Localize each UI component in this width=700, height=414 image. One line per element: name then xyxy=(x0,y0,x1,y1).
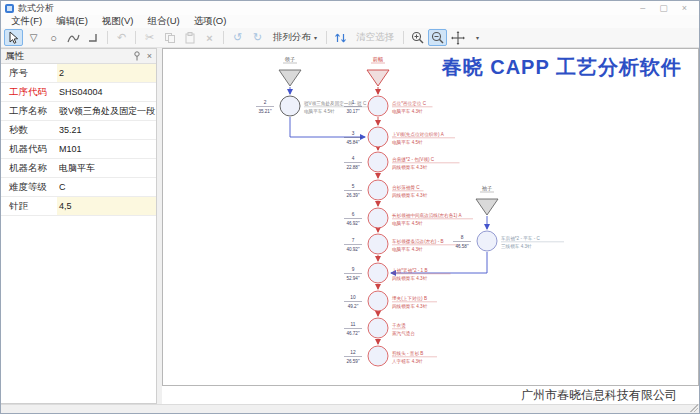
svg-text:合肩缝*2 - 包(V领) C: 合肩缝*2 - 包(V领) C xyxy=(392,157,435,162)
svg-text:点位*画位定位 C: 点位*画位定位 C xyxy=(392,101,427,107)
svg-text:剪线头 - 查衫 B: 剪线头 - 查衫 B xyxy=(392,351,423,357)
clear-selection-button[interactable]: 清空选择 xyxy=(351,29,399,46)
svg-text:3: 3 xyxy=(352,131,355,136)
menu-item[interactable]: 组合(U) xyxy=(141,15,185,28)
property-value[interactable]: 4,5 xyxy=(57,197,156,215)
pin-icon[interactable] xyxy=(133,51,142,61)
property-row[interactable]: 机器代码M101 xyxy=(1,140,156,159)
svg-text:46.72": 46.72" xyxy=(346,331,359,336)
svg-text:26.39": 26.39" xyxy=(346,193,359,198)
process-flowchart: 领子前幅袖子235.21"驳V领三角处及固定一段 - 驳 C电脑平车 4.5针1… xyxy=(163,49,699,386)
rotate-left-button[interactable]: ↺ xyxy=(228,29,247,46)
svg-text:4: 4 xyxy=(352,156,355,161)
minimize-button[interactable]: – xyxy=(640,3,645,13)
flow-node[interactable]: 130.17"点位*画位定位 C电脑平车 4.3针 xyxy=(344,96,433,116)
flow-node[interactable]: 235.21"驳V领三角处及固定一段 - 驳 C电脑平车 4.5针 xyxy=(256,96,381,116)
menu-item[interactable]: 编辑(E) xyxy=(50,15,94,28)
property-value[interactable]: 35.21 xyxy=(57,121,156,139)
flow-node[interactable]: 526.39"合衫落袖骨 C四线锁骨车 4.3针 xyxy=(344,180,428,200)
properties-panel-header: 属性 × xyxy=(1,49,156,64)
company-name: 广州市春晓信息科技有限公司 xyxy=(521,387,677,404)
flow-node[interactable]: 646.92"长衫领袖中间底边沿线(左右各1) A电脑平车 4.5针 xyxy=(344,208,473,228)
undo-button[interactable]: ↶ xyxy=(112,29,131,46)
curve-tool-button[interactable] xyxy=(64,29,83,46)
property-label: 序号 xyxy=(1,67,57,80)
svg-text:四线锁骨车 4.3针: 四线锁骨车 4.3针 xyxy=(392,192,428,199)
flow-node[interactable]: 1226.59"剪线头 - 查衫 B人字钮车 4.3针 xyxy=(344,346,437,366)
paste-icon xyxy=(184,32,196,44)
property-label: 工序代码 xyxy=(1,86,57,99)
menu-item[interactable]: 选项(O) xyxy=(188,15,233,28)
cut-button[interactable]: ✂ xyxy=(140,29,159,46)
svg-text:11: 11 xyxy=(351,322,356,327)
svg-text:12: 12 xyxy=(350,350,356,355)
maximize-button[interactable]: ▢ xyxy=(659,3,668,13)
circle-icon: ○ xyxy=(50,32,57,44)
flow-node[interactable]: 1049.2"埋夹(上下对位) B四线锁骨车 4.3针 xyxy=(344,291,437,311)
svg-text:6: 6 xyxy=(352,212,355,217)
property-row[interactable]: 工序代码SHS04004 xyxy=(1,83,156,102)
flow-node[interactable]: 846.58"车后袖*2 - 平车 - C三线锁车 4.3针 xyxy=(453,231,564,251)
svg-text:四线锁骨车 4.3针: 四线锁骨车 4.3针 xyxy=(392,275,428,282)
flow-node[interactable]: 1146.72"干衣烫蒸汽气烫台 xyxy=(344,318,415,338)
properties-panel-title: 属性 xyxy=(5,50,24,63)
close-button[interactable]: × xyxy=(682,3,687,13)
pan-button[interactable] xyxy=(448,29,467,46)
menu-item[interactable]: 文件(F) xyxy=(5,15,48,28)
property-value[interactable]: 电脑平车 xyxy=(57,159,156,177)
property-row[interactable]: 针距4,5 xyxy=(1,197,156,216)
flow-node[interactable]: 740.92"车衫领襟条沿边(左右) - B电脑平车 4.3针 xyxy=(344,234,460,254)
zoom-in-button[interactable] xyxy=(408,29,427,46)
flow-source-part[interactable]: 前幅 xyxy=(367,56,389,94)
property-value[interactable]: 2 xyxy=(57,64,156,82)
svg-text:车衫领襟条沿边(左右) - B: 车衫领襟条沿边(左右) - B xyxy=(392,238,444,245)
app-window: 款式分析 – ▢ × 文件(F)编辑(E)视图(V)组合(U)选项(O) ▽ ○… xyxy=(0,0,700,414)
property-row[interactable]: 工序名称驳V领三角处及固定一段 xyxy=(1,102,156,121)
connector-tool-button[interactable] xyxy=(84,29,103,46)
svg-text:合衫落袖骨 C: 合衫落袖骨 C xyxy=(392,184,420,191)
undo-icon: ↶ xyxy=(117,31,126,44)
property-row[interactable]: 机器名称电脑平车 xyxy=(1,159,156,178)
clear-selection-label: 清空选择 xyxy=(356,31,394,44)
property-grid: 序号2工序代码SHS04004工序名称驳V领三角处及固定一段秒数35.21机器代… xyxy=(1,64,156,216)
flow-source-part[interactable]: 袖子 xyxy=(476,185,498,229)
flow-source-part[interactable]: 领子 xyxy=(279,56,301,94)
rotate-right-button[interactable]: ↻ xyxy=(248,29,267,46)
svg-text:人字钮车 4.3针: 人字钮车 4.3针 xyxy=(392,358,423,364)
zoom-out-button[interactable] xyxy=(428,29,447,46)
canvas-footer: 广州市春晓信息科技有限公司 xyxy=(162,386,699,404)
triangle-tool-button[interactable]: ▽ xyxy=(24,29,43,46)
rotate-right-icon: ↻ xyxy=(253,31,262,44)
select-cursor-button[interactable] xyxy=(4,29,23,46)
panel-close-icon[interactable]: × xyxy=(147,51,152,61)
svg-text:35.21": 35.21" xyxy=(258,109,271,114)
chevron-down-icon: ▾ xyxy=(314,34,317,41)
svg-text:电脑平车 4.5针: 电脑平车 4.5针 xyxy=(304,108,335,114)
toolbar-overflow-button[interactable]: ▾ xyxy=(468,29,487,46)
resize-grip[interactable] xyxy=(690,404,698,412)
property-label: 难度等级 xyxy=(1,181,57,194)
svg-text:45.84": 45.84" xyxy=(346,140,359,145)
delete-button[interactable]: × xyxy=(200,29,219,46)
property-value[interactable]: 驳V领三角处及固定一段 xyxy=(57,102,156,120)
copy-icon xyxy=(164,32,176,44)
flow-node[interactable]: 422.88"合肩缝*2 - 包(V领) C四线锁骨车 4.3针 xyxy=(344,152,460,172)
menu-item[interactable]: 视图(V) xyxy=(96,15,140,28)
property-row[interactable]: 序号2 xyxy=(1,64,156,83)
property-value[interactable]: SHS04004 xyxy=(57,83,156,101)
svg-text:1: 1 xyxy=(352,100,355,105)
svg-text:电脑平车 4.5针: 电脑平车 4.5针 xyxy=(392,220,423,226)
property-value[interactable]: M101 xyxy=(57,140,156,158)
arrange-distribute-button[interactable]: 排列分布 ▾ xyxy=(268,29,322,46)
svg-text:上V领(先点位对位织带) A: 上V领(先点位对位织带) A xyxy=(392,132,445,138)
property-label: 机器代码 xyxy=(1,143,57,156)
copy-button[interactable] xyxy=(160,29,179,46)
arrange-distribute-label: 排列分布 xyxy=(273,31,311,44)
property-value[interactable]: C xyxy=(57,178,156,196)
property-row[interactable]: 秒数35.21 xyxy=(1,121,156,140)
paste-button[interactable] xyxy=(180,29,199,46)
circle-tool-button[interactable]: ○ xyxy=(44,29,63,46)
property-row[interactable]: 难度等级C xyxy=(1,178,156,197)
sort-button[interactable] xyxy=(331,29,350,46)
flowchart-canvas[interactable]: 春晓 CAPP 工艺分析软件 领子前幅袖子235.21"驳V领三角处及固定一段 … xyxy=(162,48,699,386)
